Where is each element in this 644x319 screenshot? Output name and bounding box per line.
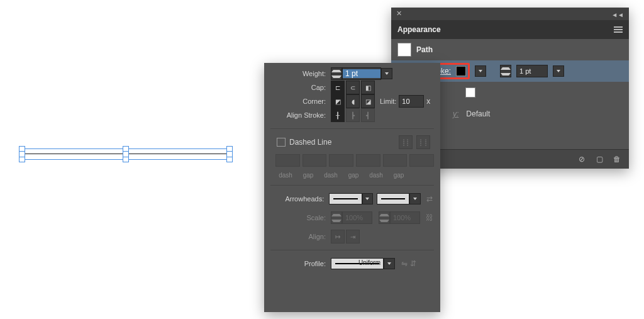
cap-label: Cap: (270, 84, 331, 91)
scale-end-field: 100% (390, 211, 420, 224)
arrow-align-extend-icon: ↦ (331, 230, 345, 243)
dash-field-2 (329, 154, 353, 167)
path-label: Path (416, 45, 433, 54)
align-center-icon[interactable]: ╂ (331, 108, 345, 122)
corner-label: Corner: (270, 98, 331, 105)
arrow-start-dropdown[interactable] (362, 193, 373, 204)
handle-ml[interactable] (19, 151, 25, 157)
weight-label: Weight: (270, 70, 331, 77)
scale-label: Scale: (270, 214, 331, 221)
cap-round-icon[interactable]: ⊂ (346, 81, 360, 94)
dashed-label: Dashed Line (289, 138, 331, 147)
flip-vertical-icon[interactable]: ⇵ (409, 259, 418, 268)
profile-label: Profile: (270, 260, 331, 267)
clear-icon[interactable]: ⊘ (577, 155, 586, 164)
dash-field-1 (275, 154, 300, 167)
appearance-tabs: Appearance (391, 20, 629, 39)
limit-unit: x (426, 97, 430, 106)
opacity-value: Default (466, 109, 490, 118)
dash-header-3: dash (321, 172, 341, 179)
corner-miter-icon[interactable]: ◩ (331, 94, 345, 108)
profile-value: Uniform (358, 259, 380, 266)
fill-swatch[interactable] (397, 43, 411, 57)
corner-round-icon[interactable]: ◖ (346, 94, 360, 108)
flip-horizontal-icon[interactable]: ⇋ (400, 259, 409, 268)
appearance-titlebar[interactable]: ✕ ◄◄ (391, 8, 629, 20)
dash-align-icon: ┊ ┊ (416, 135, 430, 149)
dash-field-3 (383, 154, 408, 167)
stroke-weight-field[interactable]: 1 pt (516, 65, 548, 77)
tab-appearance[interactable]: Appearance (397, 25, 441, 34)
weight-stepper[interactable] (331, 67, 342, 80)
close-icon[interactable]: ✕ (396, 9, 404, 17)
arrow-start-swatch[interactable] (329, 193, 362, 204)
link-scale-icon: ⛓ (425, 213, 434, 222)
gap-field-1 (303, 154, 327, 167)
appearance-path-header: Path (391, 39, 629, 60)
align-inside-icon: ┣ (346, 108, 360, 122)
dash-header-5: dash (366, 172, 386, 179)
dash-preserve-icon: ┊┊ (399, 135, 413, 149)
handle-mc[interactable] (123, 151, 129, 157)
limit-field[interactable]: 10 (399, 95, 424, 108)
arrow-align-place-icon: ⇥ (346, 230, 360, 243)
arrow-end-dropdown[interactable] (409, 193, 420, 204)
trash-icon[interactable]: 🗑 (613, 155, 621, 164)
add-fx-icon[interactable]: ▢ (595, 155, 604, 164)
gap-field-3 (409, 154, 434, 167)
stroke-color-swatch[interactable] (456, 66, 466, 76)
scale-start-stepper (331, 211, 342, 224)
arrow-end-swatch[interactable] (377, 193, 409, 204)
swap-arrows-icon[interactable]: ⇄ (425, 194, 434, 203)
gap-field-2 (356, 154, 380, 167)
dashed-checkbox[interactable] (277, 138, 286, 147)
weight-dropdown[interactable] (381, 68, 392, 79)
dash-header-2: gap (298, 172, 318, 179)
cap-butt-icon[interactable]: ⊏ (331, 81, 345, 94)
profile-swatch[interactable]: Uniform (331, 258, 384, 269)
scale-end-stepper (379, 211, 390, 224)
stroke-weight-stepper[interactable] (500, 65, 511, 77)
align-stroke-label: Align Stroke: (270, 111, 331, 119)
opacity-label[interactable]: y: (453, 109, 458, 118)
dash-header-1: dash (275, 172, 296, 179)
weight-field[interactable]: 1 pt (342, 67, 381, 80)
panel-menu-icon[interactable] (614, 26, 623, 33)
limit-label: Limit: (380, 98, 399, 105)
stroke-weight-dropdown[interactable] (553, 65, 564, 77)
align-outside-icon: ┫ (361, 108, 375, 122)
collapse-icon[interactable]: ◄◄ (611, 11, 624, 18)
cap-projecting-icon[interactable]: ◧ (361, 81, 375, 94)
corner-bevel-icon[interactable]: ◪ (361, 94, 375, 108)
arrow-align-label: Align: (270, 233, 331, 240)
stroke-color-dropdown[interactable] (475, 65, 486, 77)
dash-header-4: gap (343, 172, 364, 179)
handle-mr[interactable] (226, 151, 233, 157)
dash-header-6: gap (389, 172, 409, 179)
canvas-selection (19, 145, 233, 164)
scale-start-field: 100% (342, 211, 372, 224)
fill-none-swatch[interactable] (465, 87, 475, 98)
weight-row: Weight: 1 pt (270, 67, 434, 81)
arrowheads-label: Arrowheads: (270, 195, 329, 203)
profile-dropdown[interactable] (384, 258, 395, 269)
stroke-panel: Weight: 1 pt Cap: ⊏ ⊂ ◧ Corner: ◩ ◖ ◪ (264, 63, 440, 312)
